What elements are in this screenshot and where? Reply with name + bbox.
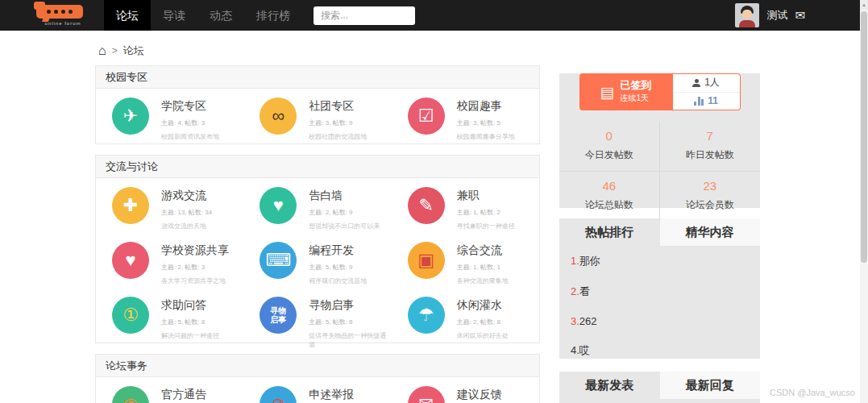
forum-card[interactable]: ☂ 休闲灌水 主题: 2, 帖数: 8 休闲娱乐的好去处 (392, 288, 539, 343)
bus-icon: ▣ (408, 242, 445, 279)
medal-icon: ① (112, 297, 149, 334)
scrollbar-up-arrow-icon[interactable]: ▲ (860, 0, 868, 10)
forum-card-stats: 主题: 3, 帖数: 9 (309, 118, 367, 127)
list-item[interactable]: 1.那你 (571, 254, 749, 268)
forum-card[interactable]: ✉ 建议反馈 (392, 377, 539, 403)
forum-section: 校园专区 ✈ 学院专区 主题: 4, 帖数: 3 校园新闻资讯发布地 ∞ 社团专… (95, 65, 540, 144)
forum-card[interactable]: ✚ 游戏交流 主题: 13, 帖数: 34 游戏交流的天地 (96, 178, 243, 233)
forum-card[interactable]: ∞ 社团专区 主题: 3, 帖数: 9 校园社团的交流园地 (243, 89, 391, 143)
forum-card-title[interactable]: 建议反馈 (457, 388, 502, 402)
latest-posts-panel: 最新发表 最新回复 1.啊 (559, 372, 760, 403)
forum-card-stats: 主题: 5, 帖数: 9 (309, 263, 367, 272)
forum-card[interactable]: 寻物启事 寻物启事 主题: 5, 帖数: 8 提供寻失物品的一种快捷通道 (243, 288, 391, 343)
navbar-item[interactable]: 导读 (151, 0, 197, 31)
logo-speech-bubble-icon (36, 5, 83, 19)
section-body: ✚ 游戏交流 主题: 13, 帖数: 34 游戏交流的天地 ♥ 告白墙 主题: … (96, 178, 539, 343)
username-label[interactable]: 测试 (766, 8, 787, 23)
home-icon[interactable]: ⌂ (98, 44, 106, 58)
forum-card[interactable]: ⌨ 编程开发 主题: 5, 帖数: 9 程序猿们的交流基地 (243, 233, 391, 288)
signin-widget[interactable]: ▤ 已签到 连续1天 1人 11 (579, 73, 741, 110)
forum-card[interactable]: ▣ 综合交流 主题: 1, 帖数: 1 各种交流的聚集地 (392, 233, 539, 288)
forum-card-title[interactable]: 学院专区 (161, 99, 219, 114)
forum-card-stats: 主题: 5, 帖数: 8 (309, 318, 388, 326)
page-scrollbar[interactable]: ▲ (860, 0, 868, 403)
section-title: 交流与讨论 (96, 156, 539, 178)
latest-panel-tabs: 最新发表 最新回复 (559, 372, 760, 399)
forum-card-description: 寻找兼职的一种途径 (457, 222, 515, 231)
list-item[interactable]: 3.262 (571, 315, 749, 327)
sidebar: ▤ 已签到 连续1天 1人 11 0 今日发帖数 7 昨日发帖数 (559, 63, 760, 403)
forum-card-title[interactable]: 学校资源共享 (161, 243, 229, 258)
breadcrumb: ⌂ > 论坛 (95, 44, 540, 58)
csdn-watermark: CSDN @Java_wucso (770, 388, 855, 397)
stopwatch-heart-icon: ♥ (112, 242, 149, 279)
list-item[interactable]: 4.哎 (571, 343, 749, 358)
breadcrumb-current[interactable]: 论坛 (123, 44, 144, 58)
forum-card-title[interactable]: 游戏交流 (161, 189, 212, 203)
stat-label: 论坛总贴数 (559, 198, 659, 212)
forum-card-description: 程序猿们的交流基地 (309, 276, 367, 285)
forum-section: 论坛事务 ◉ 官方通告 ⊘ 申述举报 ✉ 建议反馈 (95, 354, 540, 403)
forum-card-title[interactable]: 申述举报 (309, 388, 354, 402)
user-avatar[interactable] (735, 3, 759, 27)
signin-people-count: 1人 (704, 76, 720, 89)
stat-value: 23 (660, 179, 761, 193)
avatar-shirt (739, 20, 755, 27)
stat-value: 0 (559, 129, 659, 143)
rocket-icon: ✈ (112, 98, 149, 135)
forum-card-title[interactable]: 告白墙 (309, 189, 380, 203)
forum-card-title[interactable]: 求助问答 (161, 298, 219, 313)
tab-latest-posts[interactable]: 最新发表 (559, 372, 660, 399)
forum-card-title[interactable]: 官方通告 (161, 388, 206, 402)
section-body: ◉ 官方通告 ⊘ 申述举报 ✉ 建议反馈 (96, 377, 539, 403)
forum-card[interactable]: ✎ 兼职 主题: 1, 帖数: 2 寻找兼职的一种途径 (392, 178, 539, 233)
stat-label: 今日发帖数 (559, 148, 659, 162)
list-item[interactable]: 2.看 (571, 285, 749, 299)
forum-card[interactable]: ⊘ 申述举报 (243, 377, 391, 403)
tab-hot-ranking[interactable]: 热帖排行 (559, 218, 660, 246)
search-input[interactable] (314, 6, 415, 25)
forum-card-title[interactable]: 寻物启事 (309, 298, 388, 313)
forum-card[interactable]: ◉ 官方通告 (96, 377, 243, 403)
tab-essence-content[interactable]: 精华内容 (660, 218, 761, 246)
forum-card-title[interactable]: 兼职 (457, 189, 515, 203)
forum-stats-grid: 0 今日发帖数 7 昨日发帖数 46 论坛总贴数 23 论坛会员数 (559, 122, 760, 221)
section-title: 校园专区 (96, 66, 539, 89)
forum-card-title[interactable]: 社团专区 (309, 99, 367, 114)
mail-icon[interactable]: ✉ (795, 8, 805, 23)
keyboard-icon: ⌨ (260, 242, 297, 279)
forum-card-stats: 主题: 2, 帖数: 9 (309, 208, 380, 217)
navbar-item[interactable]: 动态 (197, 0, 244, 31)
scrollbar-thumb[interactable] (861, 11, 867, 263)
signin-info-box: 1人 11 (673, 73, 741, 110)
forum-card-description: 各大学习资源共享之地 (161, 276, 229, 285)
forum-card-stats: 主题: 1, 帖数: 1 (457, 263, 509, 272)
forum-card[interactable]: ① 求助问答 主题: 5, 帖数: 8 解决问题的一种途径 (96, 288, 243, 343)
forum-card[interactable]: ♥ 告白墙 主题: 2, 帖数: 9 想说却说不出口的可以来 (243, 178, 391, 233)
navbar-item[interactable]: 排行榜 (244, 0, 302, 31)
carousel-icon: ☂ (408, 297, 445, 334)
clipboard-icon: ✎ (408, 187, 445, 224)
forum-card-title[interactable]: 综合交流 (457, 243, 509, 258)
forum-card-title[interactable]: 编程开发 (309, 243, 367, 258)
tab-latest-replies[interactable]: 最新回复 (660, 372, 761, 399)
stat-label: 昨日发帖数 (660, 148, 761, 162)
forum-card-stats: 主题: 13, 帖数: 34 (161, 208, 212, 217)
signin-total-count: 11 (708, 95, 718, 106)
site-logo[interactable]: online forum (36, 5, 89, 26)
forum-card[interactable]: ☑ 校园趣事 主题: 3, 帖数: 5 校园趣闻趣事分享地 (392, 89, 539, 143)
forum-card-title[interactable]: 校园趣事 (457, 99, 515, 114)
latest-posts-list: 1.啊 (559, 399, 760, 403)
forum-card[interactable]: ✈ 学院专区 主题: 4, 帖数: 3 校园新闻资讯发布地 (96, 89, 243, 143)
signin-status-box[interactable]: ▤ 已签到 连续1天 (579, 73, 673, 110)
forum-card-stats: 主题: 3, 帖数: 5 (457, 118, 515, 127)
glasses-icon: ∞ (260, 98, 297, 135)
forum-stat: 46 论坛总贴数 (559, 172, 660, 221)
forum-card-title[interactable]: 休闲灌水 (457, 298, 509, 313)
hat-icon: ♥ (260, 187, 297, 224)
navbar-item[interactable]: 论坛 (104, 0, 151, 31)
forum-card-description: 解决问题的一种途径 (161, 331, 219, 340)
breadcrumb-separator: > (112, 45, 118, 56)
forum-card-stats: 主题: 1, 帖数: 2 (457, 208, 515, 217)
forum-card[interactable]: ♥ 学校资源共享 主题: 2, 帖数: 3 各大学习资源共享之地 (96, 233, 243, 288)
